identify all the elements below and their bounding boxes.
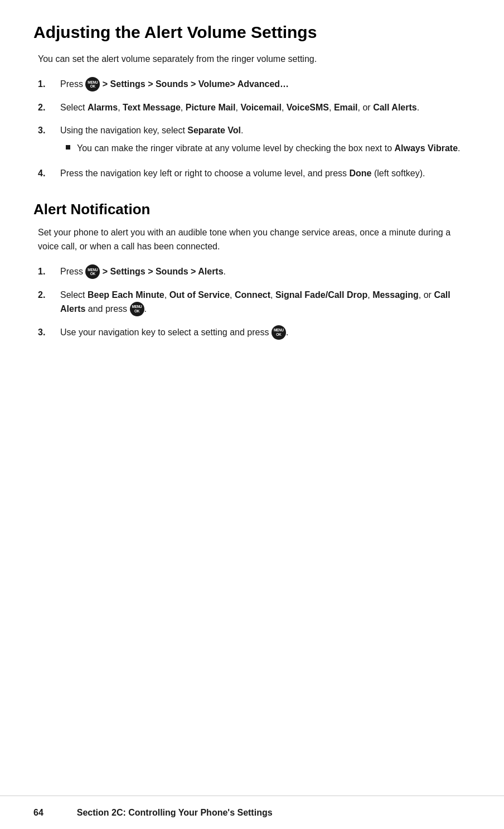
step-1-2: 2. Select Alarms, Text Message, Picture …	[33, 101, 471, 115]
step-bold: Always Vibrate	[395, 143, 458, 153]
footer-section-text: Section 2C: Controlling Your Phone's Set…	[77, 808, 273, 818]
footer-page-number: 64	[33, 808, 43, 818]
section2-title: Alert Notification	[33, 201, 471, 218]
page-footer: 64 Section 2C: Controlling Your Phone's …	[0, 796, 504, 829]
step-num: 3.	[38, 124, 60, 158]
step-content: Press the navigation key left or right t…	[60, 167, 471, 181]
page-content: Adjusting the Alert Volume Settings You …	[0, 0, 504, 394]
step-bold: > Settings > Sounds > Volume> Advanced…	[100, 79, 289, 89]
bullet-square-icon	[66, 145, 70, 150]
section1-title: Adjusting the Alert Volume Settings	[33, 22, 471, 42]
section2-intro: Set your phone to alert you with an audi…	[33, 226, 471, 254]
step-bold: Alarms	[88, 103, 118, 112]
step-bold: Call Alerts	[373, 103, 417, 112]
menu-icon: MENUOK	[85, 77, 100, 91]
step-num: 1.	[38, 265, 60, 279]
step-bold: Out of Service	[169, 290, 230, 300]
step-bold: Signal Fade/Call Drop	[275, 290, 367, 300]
step-num: 4.	[38, 167, 60, 181]
section1-steps: 1. Press MENUOK > Settings > Sounds > Vo…	[33, 78, 471, 181]
section1-intro: You can set the alert volume separately …	[33, 52, 471, 66]
sub-list-item: You can make the ringer vibrate at any v…	[66, 142, 471, 156]
step-content: Using the navigation key, select Separat…	[60, 124, 471, 158]
step-bold: Separate Vol	[187, 126, 241, 135]
step-num: 2.	[38, 101, 60, 115]
step-bold: Messaging	[372, 290, 419, 300]
sub-list-text: You can make the ringer vibrate at any v…	[77, 142, 461, 156]
menu-icon: MENUOK	[85, 264, 100, 279]
menu-icon: MENUOK	[272, 325, 286, 340]
step-1-4: 4. Press the navigation key left or righ…	[33, 167, 471, 181]
step-num: 1.	[38, 78, 60, 92]
step-bold: Beep Each Minute	[88, 290, 164, 300]
step-bold: Connect	[235, 290, 270, 300]
step-bold: Voicemail	[240, 103, 282, 112]
step-bold: Email	[334, 103, 358, 112]
section2: Alert Notification Set your phone to ale…	[33, 201, 471, 340]
step-1-3: 3. Using the navigation key, select Sepa…	[33, 124, 471, 158]
step-1-1: 1. Press MENUOK > Settings > Sounds > Vo…	[33, 78, 471, 92]
step-num: 2.	[38, 288, 60, 317]
step-2-3: 3. Use your navigation key to select a s…	[33, 326, 471, 340]
step-bold: VoiceSMS	[287, 103, 329, 112]
step-2-2: 2. Select Beep Each Minute, Out of Servi…	[33, 288, 471, 317]
step-bold: > Settings > Sounds > Alerts	[100, 267, 223, 276]
step-content: Press MENUOK > Settings > Sounds > Volum…	[60, 78, 471, 92]
section2-steps: 1. Press MENUOK > Settings > Sounds > Al…	[33, 265, 471, 340]
step-bold: Picture Mail	[186, 103, 236, 112]
step-content: Use your navigation key to select a sett…	[60, 326, 471, 340]
section1: Adjusting the Alert Volume Settings You …	[33, 22, 471, 181]
sub-list: You can make the ringer vibrate at any v…	[60, 142, 471, 156]
step-bold: Text Message	[123, 103, 181, 112]
step-content: Press MENUOK > Settings > Sounds > Alert…	[60, 265, 471, 279]
step-content: Select Beep Each Minute, Out of Service,…	[60, 288, 471, 317]
step-content: Select Alarms, Text Message, Picture Mai…	[60, 101, 471, 115]
step-bold: Done	[350, 168, 372, 178]
step-2-1: 1. Press MENUOK > Settings > Sounds > Al…	[33, 265, 471, 279]
menu-icon: MENUOK	[130, 302, 144, 316]
step-num: 3.	[38, 326, 60, 340]
